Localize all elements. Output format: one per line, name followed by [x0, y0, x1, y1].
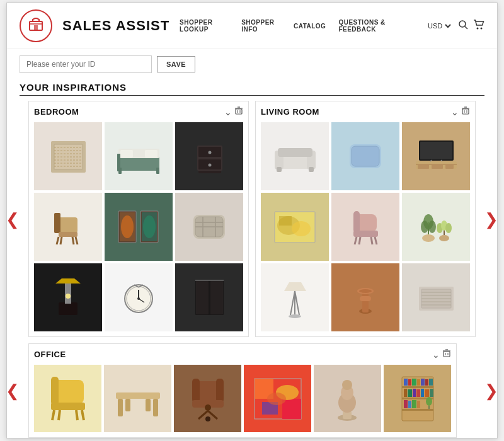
- list-item[interactable]: [175, 122, 243, 190]
- id-bar: SAVE: [7, 49, 497, 79]
- arrow-left-1[interactable]: ❮: [6, 209, 20, 229]
- svg-line-38: [76, 237, 77, 244]
- list-item[interactable]: [34, 122, 102, 190]
- svg-point-119: [359, 289, 372, 293]
- nav-catalog[interactable]: CATALOG: [294, 23, 326, 30]
- list-item[interactable]: [174, 365, 241, 432]
- svg-rect-68: [462, 109, 469, 114]
- svg-rect-169: [408, 379, 411, 386]
- svg-line-114: [295, 291, 299, 315]
- nav-right: USD EUR GBP: [425, 20, 484, 32]
- cart-button[interactable]: [473, 20, 484, 32]
- svg-rect-141: [118, 399, 123, 416]
- svg-point-158: [267, 392, 286, 405]
- delete-icon[interactable]: [234, 106, 243, 117]
- svg-rect-7: [236, 109, 242, 114]
- list-item[interactable]: [384, 365, 451, 432]
- svg-line-100: [371, 237, 372, 244]
- svg-marker-111: [284, 282, 306, 291]
- svg-line-99: [359, 237, 360, 244]
- svg-rect-86: [432, 164, 443, 169]
- svg-point-32: [208, 163, 211, 166]
- svg-rect-77: [277, 167, 282, 172]
- id-input[interactable]: [20, 55, 152, 73]
- nav-shopper-info[interactable]: SHOPPER INFO: [241, 19, 281, 33]
- product-grid-living: [261, 122, 470, 331]
- svg-rect-183: [408, 401, 411, 408]
- list-item[interactable]: [402, 122, 470, 190]
- svg-point-56: [66, 294, 71, 299]
- chevron-down-icon-office[interactable]: ⌄: [432, 350, 440, 360]
- svg-rect-1: [34, 25, 38, 30]
- svg-rect-26: [156, 168, 159, 174]
- list-item[interactable]: [261, 263, 329, 331]
- list-item[interactable]: [244, 365, 311, 432]
- svg-rect-168: [404, 379, 408, 386]
- arrow-right-2[interactable]: ❯: [484, 381, 498, 401]
- list-item[interactable]: [175, 263, 243, 331]
- svg-rect-27: [117, 154, 120, 171]
- product-grid-bedroom: [34, 122, 243, 331]
- nav-questions[interactable]: QUESTIONS & FEEDBACK: [338, 19, 405, 33]
- svg-rect-24: [145, 150, 158, 158]
- inspirations-row-1: ❮ BEDROOM ⌄: [7, 101, 497, 337]
- list-item[interactable]: [34, 365, 101, 432]
- list-item[interactable]: [34, 263, 102, 331]
- delete-icon-living[interactable]: [461, 106, 470, 117]
- list-item[interactable]: [34, 193, 102, 261]
- svg-point-61: [137, 297, 140, 300]
- svg-rect-93: [279, 216, 292, 226]
- svg-rect-85: [418, 164, 429, 169]
- svg-rect-82: [420, 142, 452, 159]
- svg-rect-170: [412, 379, 416, 386]
- list-item[interactable]: [331, 193, 399, 261]
- list-item[interactable]: [105, 193, 173, 261]
- svg-rect-182: [404, 400, 408, 408]
- svg-rect-140: [116, 392, 160, 399]
- list-item[interactable]: [105, 122, 173, 190]
- list-item[interactable]: [261, 122, 329, 190]
- nav-shopper-lookup[interactable]: SHOPPER LOOKUP: [180, 19, 229, 33]
- rooms-row-2: OFFICE ⌄: [28, 343, 476, 438]
- chevron-down-icon[interactable]: ⌄: [224, 107, 232, 117]
- svg-rect-177: [413, 389, 416, 397]
- svg-line-136: [52, 410, 54, 420]
- list-item[interactable]: [314, 365, 381, 432]
- svg-point-106: [428, 220, 436, 233]
- list-item[interactable]: [261, 193, 329, 261]
- svg-rect-175: [404, 389, 407, 397]
- arrow-right-1[interactable]: ❯: [484, 209, 498, 229]
- svg-point-152: [205, 416, 210, 421]
- svg-rect-174: [429, 379, 433, 386]
- svg-point-149: [205, 404, 211, 411]
- save-button[interactable]: SAVE: [157, 56, 195, 72]
- list-item[interactable]: [331, 122, 399, 190]
- svg-rect-171: [417, 379, 420, 386]
- svg-rect-180: [425, 389, 429, 397]
- inspirations-row-2: ❮ OFFICE ⌄: [7, 343, 497, 438]
- room-card-bedroom: BEDROOM ⌄: [28, 101, 249, 337]
- svg-rect-178: [416, 389, 420, 397]
- svg-rect-128: [444, 352, 450, 357]
- currency-select[interactable]: USD EUR GBP: [425, 21, 453, 30]
- list-item[interactable]: [104, 365, 171, 432]
- delete-icon-office[interactable]: [442, 349, 451, 360]
- list-item[interactable]: [175, 193, 243, 261]
- svg-line-139: [76, 410, 77, 420]
- list-item[interactable]: [105, 263, 173, 331]
- list-item[interactable]: [402, 263, 470, 331]
- list-item[interactable]: [331, 263, 399, 331]
- svg-rect-96: [353, 231, 378, 237]
- room-name-living: LIVING ROOM: [261, 107, 319, 117]
- chevron-down-icon-living[interactable]: ⌄: [451, 107, 459, 117]
- arrow-left-2[interactable]: ❮: [6, 381, 20, 401]
- svg-rect-76: [278, 148, 312, 157]
- svg-rect-36: [59, 232, 77, 237]
- svg-rect-179: [421, 389, 424, 397]
- search-button[interactable]: [458, 20, 468, 32]
- list-item[interactable]: [402, 193, 470, 261]
- svg-line-4: [465, 26, 467, 29]
- svg-rect-35: [54, 213, 60, 233]
- section-title-bar: YOUR INSPIRATIONS: [7, 79, 497, 101]
- brand-title: SALES ASSIST: [62, 18, 169, 34]
